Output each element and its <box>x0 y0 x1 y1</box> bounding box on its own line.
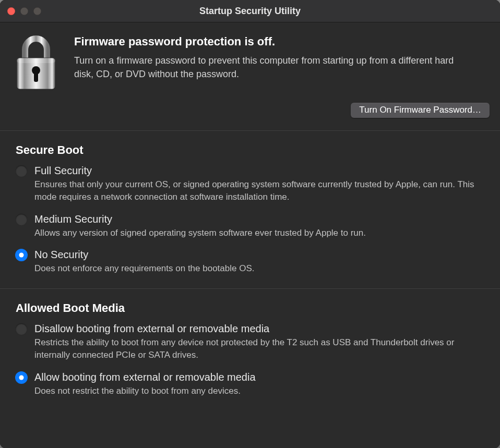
firmware-password-section: Firmware password protection is off. Tur… <box>0 22 500 103</box>
firmware-password-heading: Firmware password protection is off. <box>74 35 486 49</box>
svg-rect-1 <box>17 58 55 63</box>
allowed-boot-media-section: Allowed Boot Media Disallow booting from… <box>0 289 500 410</box>
window-controls <box>7 7 41 15</box>
option-label-disallow-external-boot[interactable]: Disallow booting from external or remova… <box>34 322 484 335</box>
option-desc-full-security: Ensures that only your current OS, or si… <box>34 178 483 203</box>
option-label-no-security[interactable]: No Security <box>34 248 484 261</box>
radio-allow-external-boot[interactable] <box>16 372 27 383</box>
option-label-allow-external-boot[interactable]: Allow booting from external or removable… <box>34 371 484 383</box>
maximize-window-button[interactable] <box>33 7 41 15</box>
option-desc-disallow-external-boot: Restricts the ability to boot from any d… <box>34 336 483 361</box>
option-desc-allow-external-boot: Does not restrict the ability to boot fr… <box>34 385 483 397</box>
firmware-password-text: Firmware password protection is off. Tur… <box>74 34 486 81</box>
firmware-button-row: Turn On Firmware Password… <box>0 103 500 130</box>
boot-media-option-allow-external: Allow booting from external or removable… <box>16 371 484 397</box>
secure-boot-option-full-security: Full Security Ensures that only your cur… <box>16 164 484 203</box>
firmware-password-description: Turn on a firmware password to prevent t… <box>74 54 460 81</box>
turn-on-firmware-password-button[interactable]: Turn On Firmware Password… <box>351 103 490 118</box>
close-window-button[interactable] <box>7 7 15 15</box>
startup-security-utility-window: Startup Security Utility <box>0 0 500 448</box>
radio-full-security[interactable] <box>16 165 27 177</box>
titlebar: Startup Security Utility <box>0 0 500 22</box>
radio-no-security[interactable] <box>16 249 27 261</box>
secure-boot-option-no-security: No Security Does not enforce any require… <box>16 248 484 275</box>
allowed-boot-media-title: Allowed Boot Media <box>16 301 484 315</box>
boot-media-option-disallow-external: Disallow booting from external or remova… <box>16 322 484 361</box>
window-title: Startup Security Utility <box>0 6 500 17</box>
lock-icon <box>14 34 58 91</box>
content-area: Firmware password protection is off. Tur… <box>0 22 500 411</box>
minimize-window-button[interactable] <box>20 7 28 15</box>
svg-rect-3 <box>34 72 38 82</box>
radio-medium-security[interactable] <box>16 214 27 225</box>
secure-boot-option-medium-security: Medium Security Allows any version of si… <box>16 213 484 239</box>
secure-boot-title: Secure Boot <box>16 143 484 157</box>
secure-boot-section: Secure Boot Full Security Ensures that o… <box>0 131 500 288</box>
option-desc-medium-security: Allows any version of signed operating s… <box>34 227 483 239</box>
option-label-full-security[interactable]: Full Security <box>34 164 484 177</box>
option-label-medium-security[interactable]: Medium Security <box>34 213 484 225</box>
radio-disallow-external-boot[interactable] <box>16 323 27 335</box>
option-desc-no-security: Does not enforce any requirements on the… <box>34 262 483 275</box>
